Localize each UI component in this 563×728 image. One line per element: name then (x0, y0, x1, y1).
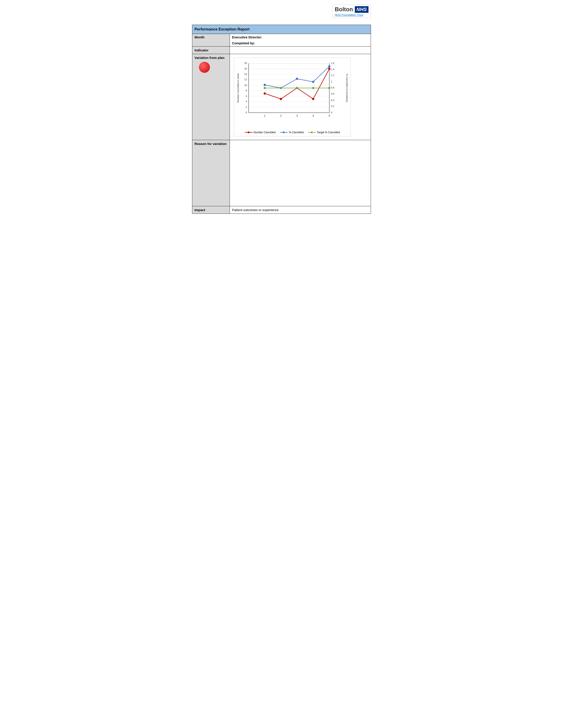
report-header-row: Performance Exception Report (192, 25, 371, 34)
svg-text:1: 1 (264, 114, 265, 117)
variation-row: Variation from plan (192, 54, 371, 140)
indicator-value (230, 47, 371, 54)
chart-svg: 0 2 4 6 8 10 12 14 16 18 0 0.2 (236, 61, 349, 128)
svg-point-56 (248, 131, 249, 133)
svg-point-50 (263, 87, 266, 89)
impact-row: Impact Patient outcomes or experience (192, 206, 371, 214)
svg-point-51 (280, 87, 282, 89)
report-title: Performance Exception Report (192, 25, 371, 34)
header-area: Bolton NHS NHS Foundation Trust (192, 4, 371, 18)
svg-point-40 (263, 92, 266, 95)
svg-point-48 (312, 81, 314, 83)
svg-text:0: 0 (331, 111, 332, 114)
impact-value: Patient outcomes or experience (230, 206, 371, 214)
legend-number-cancelled-label: Number Cancelled (254, 131, 275, 134)
svg-text:1: 1 (331, 80, 332, 83)
indicator-label: Indicator (192, 47, 230, 54)
svg-text:12: 12 (244, 78, 247, 81)
logo-box: Bolton NHS NHS Foundation Trust (332, 4, 371, 18)
svg-text:2: 2 (280, 114, 282, 117)
month-row: Month Executive Director: Completed by: (192, 34, 371, 47)
legend-target-pct-label: Target % Cancelled (317, 131, 340, 134)
svg-point-54 (328, 87, 331, 89)
svg-text:0: 0 (246, 111, 247, 114)
svg-text:10: 10 (244, 84, 247, 86)
svg-text:14: 14 (244, 73, 247, 75)
month-label: Month (192, 34, 230, 47)
completed-by-label: Completed by: (232, 41, 369, 45)
svg-text:6: 6 (246, 95, 247, 98)
svg-text:% Cancelled (Cumulative): % Cancelled (Cumulative) (346, 74, 349, 102)
svg-point-45 (263, 84, 266, 86)
impact-label: Impact (192, 206, 230, 214)
svg-point-43 (312, 98, 314, 100)
svg-point-60 (311, 131, 313, 133)
svg-text:1.6: 1.6 (331, 62, 335, 64)
svg-text:0.6: 0.6 (331, 92, 335, 95)
variation-cell: 0 2 4 6 8 10 12 14 16 18 0 0.2 (230, 54, 371, 140)
svg-text:1.4: 1.4 (331, 68, 335, 71)
svg-text:2: 2 (246, 106, 247, 108)
variation-label: Variation from plan (192, 54, 230, 140)
svg-point-58 (283, 131, 285, 133)
svg-text:4: 4 (313, 114, 314, 117)
trust-label: NHS Foundation Trust (335, 13, 369, 17)
reason-value (230, 140, 371, 206)
svg-text:0.2: 0.2 (331, 105, 335, 107)
report-table: Performance Exception Report Month Execu… (192, 25, 371, 214)
pct-cancelled-legend-icon (280, 131, 288, 134)
legend-pct-cancelled-label: % Cancelled (289, 131, 304, 134)
svg-text:5: 5 (329, 114, 330, 117)
svg-point-44 (328, 68, 331, 70)
svg-text:0.4: 0.4 (331, 99, 335, 101)
svg-text:8: 8 (246, 89, 247, 92)
nhs-label: NHS (355, 6, 369, 13)
svg-point-53 (312, 87, 314, 89)
svg-point-47 (296, 78, 298, 80)
legend-target-pct: Target % Cancelled (308, 131, 340, 134)
bolton-label: Bolton (335, 6, 353, 13)
chart-legend: Number Cancelled % Cancelled (236, 131, 349, 134)
reason-label: Reason for variation (192, 140, 230, 206)
svg-point-52 (296, 87, 298, 89)
number-cancelled-legend-icon (245, 131, 252, 134)
svg-text:0.8: 0.8 (331, 86, 335, 89)
svg-point-41 (280, 98, 282, 100)
svg-text:Number Cancelled in week: Number Cancelled in week (237, 73, 239, 103)
chart-container: 0 2 4 6 8 10 12 14 16 18 0 0.2 (234, 58, 351, 136)
svg-text:4: 4 (246, 100, 247, 103)
exec-director-label: Executive Director: (232, 35, 369, 39)
svg-text:3: 3 (296, 114, 298, 117)
reason-row: Reason for variation (192, 140, 371, 206)
variation-inner: 0 2 4 6 8 10 12 14 16 18 0 0.2 (232, 56, 369, 138)
legend-pct-cancelled: % Cancelled (280, 131, 304, 134)
svg-text:18: 18 (244, 62, 247, 64)
legend-number-cancelled: Number Cancelled (245, 131, 275, 134)
svg-text:1.2: 1.2 (331, 74, 335, 77)
target-pct-legend-icon (308, 131, 316, 134)
indicator-row: Indicator (192, 47, 371, 54)
svg-point-49 (328, 65, 331, 68)
svg-text:16: 16 (244, 67, 247, 70)
red-circle-indicator (199, 62, 210, 73)
exec-cell: Executive Director: Completed by: (230, 34, 371, 47)
